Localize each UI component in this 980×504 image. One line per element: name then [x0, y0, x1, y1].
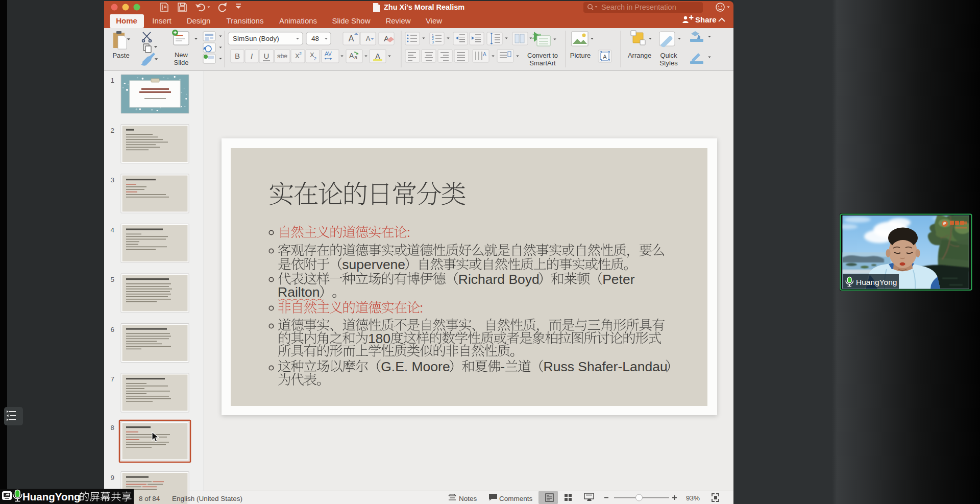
- svg-text:Insert: Insert: [152, 16, 172, 25]
- svg-text::: :: [407, 225, 410, 240]
- svg-text:abe: abe: [277, 53, 287, 60]
- svg-text:8: 8: [110, 424, 114, 431]
- svg-text:HuangYong: HuangYong: [856, 278, 897, 286]
- svg-text:Peter: Peter: [602, 272, 635, 287]
- svg-text:180: 180: [368, 331, 390, 346]
- svg-text:Comments: Comments: [499, 495, 533, 502]
- svg-text:5: 5: [110, 276, 114, 283]
- svg-text:1: 1: [110, 77, 114, 84]
- svg-text:4: 4: [110, 226, 114, 234]
- svg-text:A: A: [349, 34, 354, 43]
- svg-text:A: A: [603, 54, 607, 60]
- svg-text:7: 7: [110, 375, 114, 383]
- svg-text:8 of 84: 8 of 84: [139, 495, 160, 502]
- svg-text:Slide Show: Slide Show: [332, 16, 370, 25]
- svg-text:Paste: Paste: [112, 52, 129, 59]
- svg-text:Quick: Quick: [660, 52, 677, 59]
- svg-text:6: 6: [110, 326, 114, 333]
- svg-text:English (United States): English (United States): [172, 495, 242, 502]
- svg-text:Arrange: Arrange: [628, 52, 651, 59]
- svg-text:Transitions: Transitions: [227, 16, 264, 25]
- svg-text:Search in Presentation: Search in Presentation: [601, 3, 676, 11]
- svg-text:New: New: [175, 51, 188, 59]
- svg-text:Richard Boyd: Richard Boyd: [458, 272, 540, 287]
- svg-text:A: A: [375, 52, 380, 60]
- svg-text:Railton: Railton: [278, 284, 320, 300]
- svg-text:9: 9: [110, 474, 114, 482]
- svg-text:Notes: Notes: [459, 495, 477, 502]
- svg-text:HuangYong: HuangYong: [22, 491, 81, 502]
- svg-text:Review: Review: [385, 16, 410, 25]
- svg-text:A: A: [366, 35, 371, 42]
- svg-text:A: A: [384, 34, 389, 43]
- svg-text:I: I: [251, 52, 253, 60]
- svg-text:A: A: [349, 52, 354, 60]
- svg-text:Styles: Styles: [659, 59, 678, 67]
- svg-text::: :: [420, 300, 423, 316]
- svg-text:a: a: [354, 54, 358, 60]
- svg-text:View: View: [426, 16, 442, 25]
- svg-text:B: B: [235, 52, 240, 60]
- svg-text:2: 2: [299, 51, 302, 56]
- svg-text:Zhu Xi's Moral Realism: Zhu Xi's Moral Realism: [384, 3, 464, 11]
- svg-text:A: A: [483, 52, 486, 57]
- svg-text:SimSun (Body): SimSun (Body): [233, 35, 279, 42]
- svg-text:2: 2: [110, 127, 114, 134]
- svg-text:AV: AV: [325, 51, 332, 57]
- svg-text:3: 3: [110, 176, 114, 184]
- svg-text:supervene: supervene: [342, 257, 405, 272]
- svg-text:Animations: Animations: [279, 16, 317, 25]
- svg-text:93%: 93%: [686, 494, 700, 502]
- svg-text:Convert to: Convert to: [527, 52, 558, 59]
- svg-text:Slide: Slide: [174, 59, 189, 66]
- svg-text:Share: Share: [695, 15, 717, 24]
- svg-text:Design: Design: [187, 16, 211, 25]
- svg-text:48: 48: [311, 35, 319, 42]
- svg-text:3: 3: [432, 40, 434, 44]
- svg-text:Home: Home: [116, 16, 137, 25]
- svg-text:SmartArt: SmartArt: [529, 59, 556, 67]
- svg-text:U: U: [264, 52, 270, 60]
- svg-text:-: -: [500, 359, 505, 374]
- svg-text:G.E. Moore: G.E. Moore: [381, 359, 450, 374]
- svg-text:Picture: Picture: [570, 52, 591, 59]
- svg-text:2: 2: [314, 56, 316, 61]
- svg-text:Russ Shafer-Landau: Russ Shafer-Landau: [544, 359, 668, 374]
